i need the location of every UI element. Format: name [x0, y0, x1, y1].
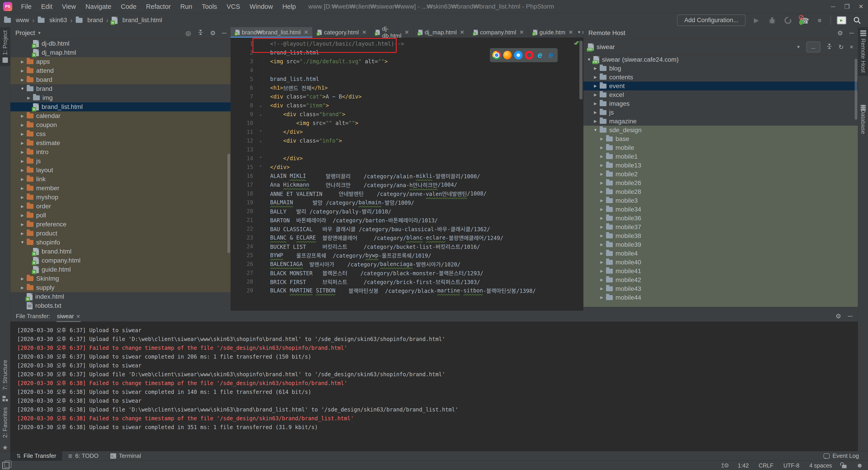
upload-status-icon[interactable]: ↥⚙: [720, 462, 728, 469]
refresh-icon[interactable]: ↻: [838, 43, 844, 51]
run-button[interactable]: ▶: [751, 15, 761, 25]
close-icon[interactable]: ✕: [362, 29, 366, 35]
expand-arrow[interactable]: ▶: [597, 207, 606, 212]
code-line-4[interactable]: 4: [230, 66, 583, 74]
expand-arrow[interactable]: ▶: [597, 189, 606, 194]
expand-arrow[interactable]: ▶: [18, 168, 27, 173]
chevron-down-icon[interactable]: ▼: [796, 45, 800, 50]
expand-arrow[interactable]: ▶: [597, 172, 606, 177]
indent-setting[interactable]: 4 spaces: [809, 462, 832, 469]
file-encoding[interactable]: UTF-8: [783, 462, 800, 469]
line-number[interactable]: 28: [230, 279, 258, 285]
code-line-28[interactable]: 28BRICK FIRST 브릭퍼스트 /category/brick-firs…: [230, 277, 583, 286]
expand-arrow[interactable]: ▶: [597, 295, 606, 300]
expand-arrow[interactable]: ▶: [591, 101, 600, 106]
expand-arrow[interactable]: ▶: [18, 285, 27, 290]
profiler-icon[interactable]: [783, 15, 793, 25]
project-item-member[interactable]: ▶member: [10, 184, 230, 193]
code-line-13[interactable]: 13: [230, 145, 583, 154]
expand-arrow[interactable]: ▶: [18, 59, 27, 64]
line-number[interactable]: 19: [230, 199, 258, 206]
project-item-js[interactable]: ▶js: [10, 157, 230, 166]
remote-item-blog[interactable]: ▶blog: [583, 64, 858, 73]
expand-arrow[interactable]: ▶: [597, 225, 606, 229]
expand-arrow[interactable]: ▶: [18, 159, 27, 164]
menu-help[interactable]: Help: [278, 0, 301, 13]
expand-arrow[interactable]: ▶: [18, 68, 27, 73]
remote-item-magazine[interactable]: ▶magazine: [583, 117, 858, 126]
expand-arrow[interactable]: ▶: [597, 260, 606, 264]
line-number[interactable]: 4: [230, 67, 258, 73]
remote-item-mobile26[interactable]: ▶mobile26: [583, 179, 858, 187]
caret-position[interactable]: 1:42: [738, 462, 749, 469]
expand-arrow[interactable]: ▶: [597, 163, 606, 168]
code-line-6[interactable]: 6<h1>브랜드 전체</h1>: [230, 83, 583, 92]
project-panel-title[interactable]: Project: [16, 29, 35, 37]
project-scrollbar[interactable]: [227, 154, 230, 253]
remote-item-mobile40[interactable]: ▶mobile40: [583, 258, 858, 267]
code-line-18[interactable]: 18ANNE ET VALENTIN 안네발렌틴 /category/anne-…: [230, 189, 583, 198]
code-line-19[interactable]: 19BALMAIN 발망 /category/balmain-발망/1009/: [230, 198, 583, 207]
expand-arrow[interactable]: ▼: [591, 128, 600, 132]
expand-arrow[interactable]: ▶: [18, 204, 27, 209]
run-anything-icon[interactable]: ▶: [837, 16, 846, 24]
line-number[interactable]: 24: [230, 243, 258, 250]
remote-item-base[interactable]: ▶base: [583, 134, 858, 143]
line-number[interactable]: 29: [230, 287, 258, 294]
remote-item-contents[interactable]: ▶contents: [583, 73, 858, 82]
expand-arrow[interactable]: ▶: [597, 216, 606, 221]
code-line-15[interactable]: 15⌃</div>: [230, 163, 583, 171]
line-number[interactable]: 6: [230, 85, 258, 91]
expand-arrow[interactable]: ▶: [18, 186, 27, 191]
phone-listener-icon[interactable]: ☎: [799, 15, 809, 25]
breadcrumb-item-skin63[interactable]: skin63: [38, 17, 67, 24]
line-number[interactable]: 27: [230, 270, 258, 276]
code-line-21[interactable]: 21BARTON 바톤페레이라 /category/barton-바톤페레이라/…: [230, 216, 583, 224]
expand-arrow[interactable]: ▶: [597, 242, 606, 247]
project-item-brand-html[interactable]: brand.html: [10, 247, 230, 256]
hide-panel-icon[interactable]: ─: [222, 29, 226, 37]
expand-arrow[interactable]: ▶: [18, 132, 27, 136]
project-item-brand[interactable]: ▼brand: [10, 84, 230, 93]
project-item-robots-txt[interactable]: robots.txt: [10, 301, 230, 310]
breadcrumb-item-brand-list-html[interactable]: brand_list.html: [112, 17, 162, 24]
remote-item-mobile44[interactable]: ▶mobile44: [583, 293, 858, 302]
code-line-17[interactable]: 17Ana Hickmann 안나히크만 /category/ana-h안나히크…: [230, 180, 583, 189]
remote-item-excel[interactable]: ▶excel: [583, 90, 858, 99]
menu-navigate[interactable]: Navigate: [81, 0, 116, 13]
code-line-23[interactable]: 23BLANC & ECLARE 블랑앤에클레어 /category/blanc…: [230, 233, 583, 242]
remote-item-sde-design[interactable]: ▼sde_design: [583, 126, 858, 134]
project-item-index-html[interactable]: index.html: [10, 292, 230, 301]
remote-item-js[interactable]: ▶js: [583, 108, 858, 117]
expand-arrow[interactable]: ▶: [591, 110, 600, 115]
remote-item-event[interactable]: ▶event: [583, 82, 858, 90]
expand-arrow[interactable]: ▶: [18, 123, 27, 127]
close-icon[interactable]: ✕: [76, 314, 80, 319]
stripe-database-tab[interactable]: Database: [858, 102, 868, 137]
line-number[interactable]: 21: [230, 217, 258, 223]
expand-arrow[interactable]: ▶: [18, 77, 27, 82]
menu-window[interactable]: Window: [245, 0, 278, 13]
line-number[interactable]: 14: [230, 155, 258, 162]
menu-vcs[interactable]: VCS: [222, 0, 245, 13]
expand-arrow[interactable]: ▶: [597, 181, 606, 185]
editor-tab-company-html[interactable]: company.html✕: [469, 27, 528, 37]
hide-panel-icon[interactable]: ─: [848, 313, 852, 320]
maximize-button[interactable]: ❐: [840, 0, 854, 13]
locate-icon[interactable]: ◎: [186, 29, 191, 37]
close-icon[interactable]: ✕: [568, 29, 573, 35]
expand-arrow[interactable]: ▼: [18, 87, 27, 91]
line-number[interactable]: 17: [230, 182, 258, 188]
fold-marker[interactable]: ⌄: [258, 112, 264, 117]
remote-item-images[interactable]: ▶images: [583, 99, 858, 108]
project-item-supply[interactable]: ▶supply: [10, 283, 230, 292]
remote-item-mobile39[interactable]: ▶mobile39: [583, 240, 858, 249]
expand-arrow[interactable]: ▶: [591, 119, 600, 124]
lock-icon[interactable]: [842, 465, 846, 468]
project-item-css[interactable]: ▶css: [10, 129, 230, 138]
fold-marker[interactable]: ⌃: [258, 165, 264, 170]
expand-arrow[interactable]: ▶: [18, 213, 27, 218]
close-icon[interactable]: ✕: [304, 29, 308, 35]
code-line-12[interactable]: 12⌄ <div class="info">: [230, 136, 583, 145]
expand-arrow[interactable]: ▶: [591, 66, 600, 71]
